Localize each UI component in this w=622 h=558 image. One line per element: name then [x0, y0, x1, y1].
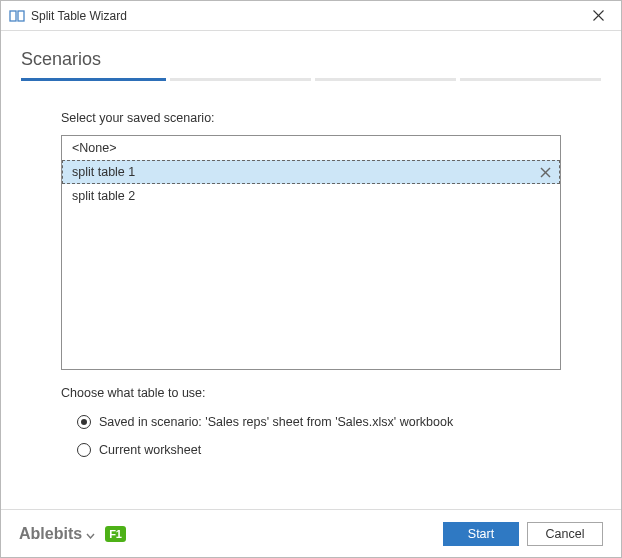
list-item[interactable]: split table 1 [62, 160, 560, 184]
app-icon [9, 8, 25, 24]
close-button[interactable] [576, 1, 621, 31]
radio-icon [77, 443, 91, 457]
footer: Ablebits F1 Start Cancel [1, 509, 621, 557]
window-title: Split Table Wizard [31, 9, 127, 23]
start-button[interactable]: Start [443, 522, 519, 546]
chevron-down-icon [86, 525, 95, 543]
help-button[interactable]: F1 [105, 526, 126, 542]
list-item[interactable]: split table 2 [62, 184, 560, 208]
choose-table-label: Choose what table to use: [61, 386, 561, 400]
list-item[interactable]: <None> [62, 136, 560, 160]
svg-rect-0 [10, 11, 16, 21]
list-item-label: split table 2 [72, 189, 135, 203]
step-indicator [21, 78, 601, 81]
brand-menu[interactable]: Ablebits [19, 525, 95, 543]
titlebar: Split Table Wizard [1, 1, 621, 31]
choose-table-section: Choose what table to use: Saved in scena… [61, 386, 561, 462]
delete-scenario-icon[interactable] [536, 163, 554, 181]
radio-icon [77, 415, 91, 429]
page-title: Scenarios [1, 31, 621, 78]
list-item-label: split table 1 [72, 165, 135, 179]
radio-saved-scenario[interactable]: Saved in scenario: 'Sales reps' sheet fr… [77, 410, 561, 434]
cancel-button[interactable]: Cancel [527, 522, 603, 546]
content-area: Select your saved scenario: <None> split… [1, 81, 621, 466]
list-item-label: <None> [72, 141, 116, 155]
scenario-select-label: Select your saved scenario: [61, 111, 561, 125]
svg-rect-1 [18, 11, 24, 21]
radio-current-worksheet[interactable]: Current worksheet [77, 438, 561, 462]
radio-label: Saved in scenario: 'Sales reps' sheet fr… [99, 415, 453, 429]
scenario-listbox[interactable]: <None> split table 1 split table 2 [61, 135, 561, 370]
radio-label: Current worksheet [99, 443, 201, 457]
wizard-window: Split Table Wizard Scenarios Select your… [0, 0, 622, 558]
brand-label: Ablebits [19, 525, 82, 543]
